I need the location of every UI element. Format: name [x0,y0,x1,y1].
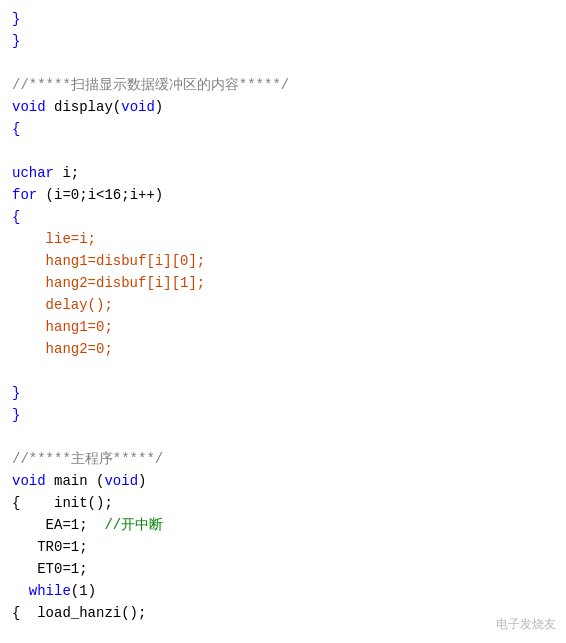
code-token: } [12,11,20,27]
code-token: lie=i; [12,231,96,247]
code-token: void [104,473,138,489]
code-token: while [29,583,71,599]
code-token: display( [46,99,122,115]
code-line: ET0=1; [12,558,554,580]
code-line: hang2=0; [12,338,554,360]
code-token: { load_hanzi(); [12,605,146,621]
code-line: { load_hanzi(); [12,602,554,624]
code-token: hang2=disbuf[i][1]; [12,275,205,291]
code-line: uchar i; [12,162,554,184]
code-token: hang2=0; [12,341,113,357]
code-line: //*****扫描显示数据缓冲区的内容*****/ [12,74,554,96]
code-line: { init(); [12,492,554,514]
code-token: { [12,121,20,137]
code-line: TR0=1; [12,536,554,558]
code-line: hang1=0; [12,316,554,338]
code-line [12,140,554,162]
code-token: } [12,407,20,423]
code-container: }} //*****扫描显示数据缓冲区的内容*****/void display… [0,0,566,643]
code-line [12,360,554,382]
code-token: main ( [46,473,105,489]
code-line: //*****主程序*****/ [12,448,554,470]
code-token: hang1=0; [12,319,113,335]
code-token: //*****主程序*****/ [12,451,163,467]
code-token: { init(); [12,495,113,511]
code-token: delay(); [12,297,113,313]
code-line: void main (void) [12,470,554,492]
code-token: } [12,385,20,401]
code-line: { [12,118,554,140]
watermark: 电子发烧友 [496,616,556,633]
code-token: //开中断 [88,517,164,533]
code-token: i; [54,165,79,181]
code-token: void [12,99,46,115]
code-token: void [12,473,46,489]
code-token [12,583,29,599]
code-line: lie=i; [12,228,554,250]
code-token: { [12,209,20,225]
code-line: while(1) [12,580,554,602]
code-line: delay(); [12,294,554,316]
code-token: hang1=disbuf[i][0]; [12,253,205,269]
code-line [12,426,554,448]
code-line: EA=1; //开中断 [12,514,554,536]
code-token: } [12,33,20,49]
code-line: hang1=disbuf[i][0]; [12,250,554,272]
code-line: } [12,404,554,426]
code-line: } [12,8,554,30]
code-token: ) [155,99,163,115]
code-token: uchar [12,165,54,181]
code-line: void display(void) [12,96,554,118]
code-token: EA=1; [12,517,88,533]
code-line [12,52,554,74]
code-lines: }} //*****扫描显示数据缓冲区的内容*****/void display… [12,8,554,624]
code-token: (i=0;i<16;i++) [37,187,163,203]
code-token: TR0=1; [12,539,88,555]
code-token: for [12,187,37,203]
code-line: { [12,206,554,228]
code-line: for (i=0;i<16;i++) [12,184,554,206]
code-line: hang2=disbuf[i][1]; [12,272,554,294]
code-token: //*****扫描显示数据缓冲区的内容*****/ [12,77,289,93]
code-token: ET0=1; [12,561,88,577]
code-line: } [12,30,554,52]
code-line: } [12,382,554,404]
code-token: ) [138,473,146,489]
code-token: void [121,99,155,115]
code-token: (1) [71,583,96,599]
